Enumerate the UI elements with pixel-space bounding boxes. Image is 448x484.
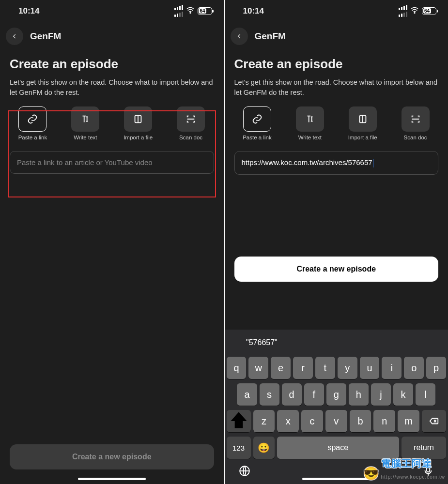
text-caret <box>373 159 373 167</box>
back-button[interactable] <box>231 28 248 45</box>
page-subtitle: Let's get this show on the road. Choose … <box>225 76 448 106</box>
key-t[interactable]: t <box>315 357 335 379</box>
page-subtitle: Let's get this show on the road. Choose … <box>0 76 224 106</box>
file-icon <box>133 114 143 124</box>
import-options: Paste a link Write text Import a file Sc… <box>234 106 439 140</box>
key-d[interactable]: d <box>282 383 302 406</box>
page-heading: Create an episode <box>225 50 448 76</box>
key-y[interactable]: y <box>338 357 357 379</box>
key-c[interactable]: c <box>301 410 323 432</box>
screenshot-left: 10:14 64 GenFM Create an episode Le <box>0 0 224 484</box>
key-r[interactable]: r <box>293 357 313 379</box>
link-input[interactable]: Paste a link to an article or YouTube vi… <box>10 151 214 174</box>
wifi-icon <box>410 6 419 16</box>
signal-icon <box>174 5 183 17</box>
scan-icon <box>410 114 421 124</box>
prediction-suggestion[interactable]: "576657" <box>225 338 299 347</box>
create-episode-button[interactable]: Create a new episode <box>10 444 214 469</box>
keyboard-predictions: "576657" <box>225 332 448 354</box>
file-icon <box>357 114 368 124</box>
link-icon <box>27 114 38 124</box>
key-u[interactable]: u <box>360 357 380 379</box>
battery-icon: 64 <box>198 7 212 15</box>
option-write-text[interactable]: Write text <box>287 106 333 140</box>
status-time: 10:14 <box>18 6 39 16</box>
nav-bar: GenFM <box>225 19 448 50</box>
key-q[interactable]: q <box>227 357 247 379</box>
watermark: 😎 電腦王阿達 http://www.kocpc.com.tw <box>363 457 445 481</box>
page-heading: Create an episode <box>0 50 224 76</box>
key-k[interactable]: k <box>393 383 413 406</box>
key-f[interactable]: f <box>304 383 324 406</box>
app-title: GenFM <box>30 31 61 42</box>
svg-point-2 <box>414 12 415 13</box>
option-paste-link[interactable]: Paste a link <box>10 106 56 140</box>
key-o[interactable]: o <box>404 357 424 379</box>
option-label: Paste a link <box>18 135 47 140</box>
option-label: Scan doc <box>179 135 202 140</box>
app-title: GenFM <box>255 31 286 42</box>
option-label: Scan doc <box>404 135 427 140</box>
nav-bar: GenFM <box>0 19 224 50</box>
screenshot-right: 10:14 64 GenFM Create an episode Le <box>224 0 448 484</box>
key-v[interactable]: v <box>325 410 347 432</box>
option-import-file[interactable]: Import a file <box>115 106 161 140</box>
key-i[interactable]: i <box>382 357 402 379</box>
text-icon <box>80 114 91 124</box>
key-z[interactable]: z <box>253 410 275 432</box>
option-import-file[interactable]: Import a file <box>340 106 386 140</box>
status-bar: 10:14 64 <box>0 0 224 19</box>
emoji-key[interactable]: 😀 <box>253 437 275 459</box>
space-key[interactable]: space <box>277 437 400 459</box>
home-indicator[interactable] <box>78 478 146 480</box>
svg-point-0 <box>190 12 191 13</box>
option-paste-link[interactable]: Paste a link <box>234 106 280 140</box>
back-button[interactable] <box>6 28 23 45</box>
key-j[interactable]: j <box>371 383 391 406</box>
status-bar: 10:14 64 <box>225 0 448 19</box>
option-label: Paste a link <box>243 135 271 140</box>
keyboard-row: qwertyuiop <box>227 357 447 379</box>
option-scan-doc[interactable]: Scan doc <box>392 106 438 140</box>
signal-icon <box>399 5 407 17</box>
key-w[interactable]: w <box>248 357 268 379</box>
key-n[interactable]: n <box>373 410 395 432</box>
text-icon <box>305 114 315 124</box>
keyboard-row: asdfghjkl <box>227 383 447 406</box>
link-input[interactable]: https://www.koc.com.tw/archives/576657 <box>234 151 439 175</box>
link-icon <box>252 114 263 124</box>
return-key[interactable]: return <box>402 437 446 459</box>
battery-icon: 64 <box>422 7 436 15</box>
key-h[interactable]: h <box>349 383 369 406</box>
key-e[interactable]: e <box>271 357 291 379</box>
key-s[interactable]: s <box>260 383 279 406</box>
home-indicator[interactable] <box>302 478 370 480</box>
option-scan-doc[interactable]: Scan doc <box>168 106 214 140</box>
key-b[interactable]: b <box>350 410 371 432</box>
option-write-text[interactable]: Write text <box>62 106 108 140</box>
shift-key[interactable] <box>227 410 251 432</box>
globe-key[interactable] <box>238 465 251 479</box>
import-options: Paste a link Write text Import a file Sc… <box>10 106 214 140</box>
option-label: Write text <box>74 135 97 140</box>
key-x[interactable]: x <box>277 410 299 432</box>
option-label: Import a file <box>124 135 153 140</box>
key-a[interactable]: a <box>237 383 257 406</box>
backspace-key[interactable] <box>422 410 446 432</box>
status-time: 10:14 <box>243 6 264 16</box>
key-g[interactable]: g <box>326 383 346 406</box>
wifi-icon <box>186 6 195 16</box>
scan-icon <box>185 114 196 124</box>
key-p[interactable]: p <box>426 357 446 379</box>
key-l[interactable]: l <box>416 383 435 406</box>
create-episode-button[interactable]: Create a new episode <box>234 257 439 282</box>
keyboard-row: zxcvbnm <box>227 410 447 432</box>
option-label: Import a file <box>348 135 377 140</box>
mode-switch-key[interactable]: 123 <box>227 437 251 459</box>
key-m[interactable]: m <box>398 410 419 432</box>
option-label: Write text <box>298 135 322 140</box>
